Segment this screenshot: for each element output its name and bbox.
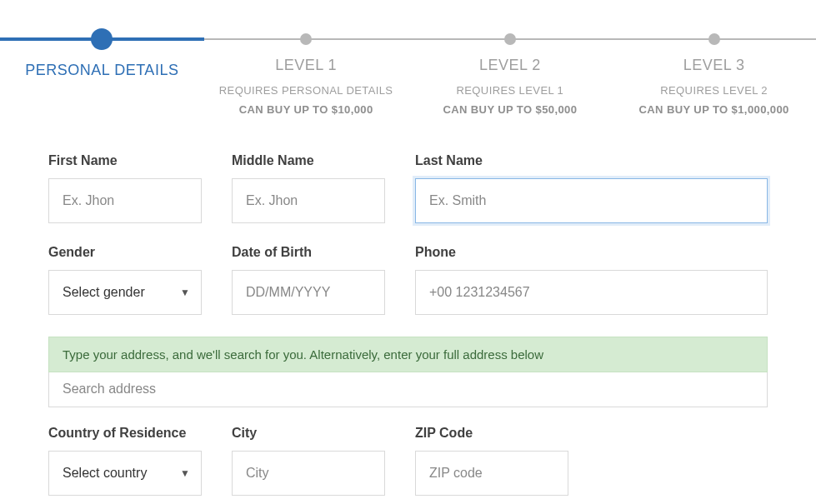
- last-name-input[interactable]: [415, 178, 768, 223]
- stepper: PERSONAL DETAILS LEVEL 1 REQUIRES PERSON…: [0, 0, 816, 120]
- country-select[interactable]: Select country: [48, 451, 202, 496]
- form: First Name Middle Name Last Name Gender …: [0, 153, 816, 496]
- gender-select[interactable]: Select gender: [48, 270, 202, 315]
- step-level-2[interactable]: LEVEL 2 REQUIRES LEVEL 1 CAN BUY UP TO $…: [408, 27, 613, 120]
- zip-input[interactable]: [415, 451, 568, 496]
- zip-label: ZIP Code: [415, 426, 568, 441]
- address-hint: Type your address, and we'll search for …: [48, 337, 768, 372]
- dob-input[interactable]: [232, 270, 385, 315]
- step-dot-icon: [91, 28, 113, 50]
- step-title: LEVEL 3: [612, 57, 816, 74]
- step-title: PERSONAL DETAILS: [0, 62, 204, 79]
- step-requires: REQUIRES LEVEL 1: [408, 81, 613, 100]
- step-level-1[interactable]: LEVEL 1 REQUIRES PERSONAL DETAILS CAN BU…: [204, 27, 408, 120]
- step-title: LEVEL 2: [408, 57, 613, 74]
- first-name-input[interactable]: [48, 178, 202, 223]
- step-limit: CAN BUY UP TO $10,000: [204, 100, 408, 119]
- address-search-input[interactable]: [48, 372, 768, 407]
- dob-label: Date of Birth: [232, 245, 385, 260]
- middle-name-input[interactable]: [232, 178, 385, 223]
- step-requires: REQUIRES PERSONAL DETAILS: [204, 81, 408, 100]
- phone-input[interactable]: [415, 270, 768, 315]
- middle-name-label: Middle Name: [232, 153, 385, 168]
- phone-label: Phone: [415, 245, 768, 260]
- step-dot-icon: [300, 33, 312, 45]
- city-input[interactable]: [232, 451, 385, 496]
- gender-label: Gender: [48, 245, 202, 260]
- city-label: City: [232, 426, 385, 441]
- step-dot-icon: [504, 33, 516, 45]
- step-level-3[interactable]: LEVEL 3 REQUIRES LEVEL 2 CAN BUY UP TO $…: [612, 27, 816, 120]
- step-dot-icon: [708, 33, 720, 45]
- step-limit: CAN BUY UP TO $50,000: [408, 100, 613, 119]
- first-name-label: First Name: [48, 153, 202, 168]
- step-personal-details[interactable]: PERSONAL DETAILS: [0, 27, 204, 120]
- step-limit: CAN BUY UP TO $1,000,000: [612, 100, 816, 119]
- step-title: LEVEL 1: [204, 57, 408, 74]
- country-label: Country of Residence: [48, 426, 202, 441]
- last-name-label: Last Name: [415, 153, 768, 168]
- step-requires: REQUIRES LEVEL 2: [612, 81, 816, 100]
